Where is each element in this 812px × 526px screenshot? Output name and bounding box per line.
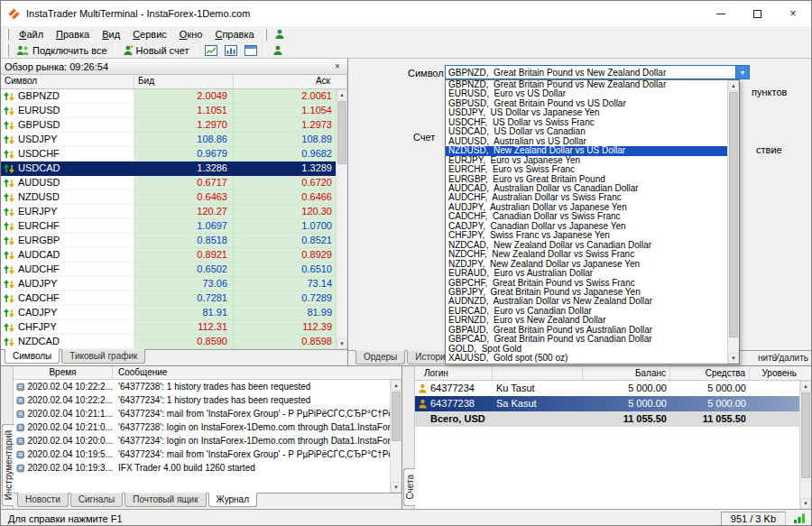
symbol-dropdown-item[interactable]: GBPJPY, Great Britain Pound vs Japanese …: [446, 288, 727, 297]
scrollbar-thumb[interactable]: [801, 392, 810, 478]
market-row[interactable]: USDJPY 108.86 108.89: [1, 133, 347, 147]
maximize-button[interactable]: [739, 1, 775, 26]
toolbar-grip[interactable]: [6, 29, 9, 41]
market-row[interactable]: USDCHF 0.9679 0.9682: [1, 147, 347, 161]
scroll-down-icon[interactable]: ▼: [337, 338, 347, 349]
market-row[interactable]: GBPUSD 1.2970 1.2973: [1, 118, 347, 133]
menu-item[interactable]: Вид: [96, 28, 126, 41]
market-row[interactable]: EURUSD 1.1051 1.1054: [1, 104, 347, 118]
scroll-down-icon[interactable]: ▼: [800, 498, 811, 509]
scroll-up-icon[interactable]: ▲: [337, 89, 347, 100]
journal-tab[interactable]: Почтовый ящик: [125, 493, 206, 507]
connect-all-button[interactable]: Подключить все: [13, 43, 111, 58]
symbol-dropdown-item[interactable]: EURGBP, Euro vs Great Britain Pound: [446, 175, 727, 184]
symbol-dropdown-item[interactable]: NZDJPY, New Zealand Dollar vs Japanese Y…: [446, 260, 727, 269]
symbol-dropdown-item[interactable]: AUDJPY, Australian Dollar vs Japanese Ye…: [446, 203, 727, 212]
column-header-login[interactable]: Логин: [415, 366, 493, 380]
scroll-down-icon[interactable]: ▼: [728, 353, 739, 364]
market-watch-scrollbar[interactable]: ▲ ▼: [336, 89, 347, 349]
market-row[interactable]: CHFJPY 112.31 112.39: [1, 320, 347, 335]
market-watch-tab[interactable]: Тиковый график: [61, 349, 145, 364]
market-row[interactable]: GBPNZD 2.0049 2.0061: [1, 89, 347, 104]
menu-item[interactable]: Сервис: [126, 28, 173, 41]
symbol-dropdown-item[interactable]: AUDCAD, Australian Dollar vs Canadian Do…: [446, 184, 727, 193]
symbol-dropdown-item[interactable]: XAUUSD, Gold spot (500 oz): [446, 354, 727, 363]
symbol-dropdown-item[interactable]: GBPUSD, Great Britain Pound vs US Dollar: [446, 99, 727, 108]
new-account-button[interactable]: Новый счет: [119, 43, 193, 58]
symbol-dropdown-item[interactable]: AUDUSD, Australian vs US Dollar: [446, 137, 727, 146]
market-row[interactable]: EURGBP 0.8518 0.8521: [1, 234, 347, 248]
journal-row[interactable]: 2020.02.04 10:22:2... '64377238': 1 hist…: [14, 380, 401, 393]
journal-tab[interactable]: Новости: [17, 493, 69, 507]
chart-button[interactable]: [201, 43, 221, 58]
column-header-ask[interactable]: Аск: [234, 75, 347, 88]
journal-row[interactable]: 2020.02.04 10:21:0... '64377238': login …: [14, 420, 401, 434]
market-row[interactable]: AUDCHF 0.6502 0.6510: [1, 263, 347, 277]
market-row[interactable]: AUDJPY 73.06 73.14: [1, 277, 347, 291]
window-layout-button[interactable]: [241, 43, 261, 58]
account-row[interactable]: 64377238 Sa Kasut 5 000.00 5 000.00: [415, 396, 811, 411]
market-row[interactable]: USDCAD 1.3286 1.3289: [1, 161, 347, 176]
symbol-dropdown-item[interactable]: GBPCHF, Great Britain Pound vs Swiss Fra…: [446, 279, 727, 288]
order-panel-tab[interactable]: Ордеры: [355, 350, 405, 365]
scrollbar-thumb[interactable]: [337, 101, 346, 164]
journal-row[interactable]: 2020.02.04 10:19:3... IFX Trader 4.00 bu…: [14, 461, 401, 475]
journal-tab[interactable]: Журнал: [208, 493, 258, 507]
column-header-balance[interactable]: Баланс: [583, 366, 670, 380]
dropdown-scrollbar[interactable]: ▲ ▼: [727, 80, 739, 364]
symbol-dropdown-item[interactable]: EURJPY, Euro vs Japanese Yen: [446, 156, 727, 165]
combobox-dropdown-icon[interactable]: ▼: [735, 66, 749, 78]
market-row[interactable]: EURCHF 1.0697 1.0700: [1, 219, 347, 234]
menu-item[interactable]: Файл: [13, 28, 50, 41]
journal-row[interactable]: 2020.02.04 10:20:0... '64377234': login …: [14, 434, 401, 448]
minimize-button[interactable]: [703, 1, 739, 26]
symbol-dropdown-item[interactable]: USDJPY, US Dollar vs Japanese Yen: [446, 108, 727, 117]
journal-scrollbar[interactable]: ▲ ▼: [390, 380, 401, 493]
symbol-dropdown-item[interactable]: NZDCAD, New Zealand Dollar vs Canadian D…: [446, 241, 727, 250]
scroll-up-icon[interactable]: ▲: [800, 381, 811, 392]
symbol-dropdown-item[interactable]: CADCHF, Canadian Dollar vs Swiss Franc: [446, 212, 727, 221]
symbol-dropdown-item[interactable]: GBPCAD, Great Britain Pound vs Canadian …: [446, 335, 727, 344]
journal-row[interactable]: 2020.02.04 10:21:1... '64377234': mail f…: [14, 407, 401, 420]
market-row[interactable]: CADCHF 0.7281 0.7289: [1, 291, 347, 306]
symbol-dropdown-item[interactable]: NZDUSD, New Zealand Dollar vs US Dollar: [446, 146, 727, 155]
accounts-scrollbar[interactable]: ▲ ▼: [799, 381, 811, 509]
symbol-dropdown-item[interactable]: EURCAD, Euro vs Canadian Dollar: [446, 307, 727, 316]
toolbar-grip[interactable]: [6, 44, 9, 56]
column-header-name[interactable]: [493, 366, 583, 380]
toolbox-vertical-tab[interactable]: Инструментарий: [2, 424, 14, 506]
symbol-dropdown-item[interactable]: CHFJPY, Swiss Franc vs Japanese Yen: [446, 231, 727, 240]
menu-item[interactable]: Правка: [50, 28, 96, 41]
accounts-vertical-tab[interactable]: Счета: [403, 468, 415, 506]
journal-row[interactable]: 2020.02.04 10:19:5... '64377234': mail f…: [14, 448, 401, 461]
symbol-dropdown-item[interactable]: EURNZD, Euro vs New Zealand Dollar: [446, 316, 727, 325]
column-header-message[interactable]: Сообщение: [113, 366, 401, 379]
account-button[interactable]: [269, 43, 287, 58]
market-row[interactable]: AUDUSD 0.6717 0.6720: [1, 176, 347, 190]
scroll-up-icon[interactable]: ▲: [728, 80, 739, 91]
account-row[interactable]: 64377234 Ku Tasut 5 000.00 5 000.00: [415, 381, 811, 396]
symbol-dropdown-item[interactable]: NZDCHF, New Zealand Dollar vs Swiss Fran…: [446, 250, 727, 259]
account-row[interactable]: Всего, USD 11 055.50 11 055.50: [415, 411, 811, 427]
symbol-dropdown-item[interactable]: EURCHF, Euro vs Swiss Franc: [446, 165, 727, 174]
column-header-bid[interactable]: Бид: [134, 75, 234, 88]
column-header-symbol[interactable]: Символ: [1, 75, 134, 88]
accounts-toolbar-button[interactable]: [271, 27, 289, 42]
journal-tab[interactable]: Сигналы: [70, 493, 124, 507]
market-row[interactable]: EURJPY 120.27 120.30: [1, 205, 347, 219]
column-header-time[interactable]: Время: [14, 366, 113, 379]
symbol-dropdown-item[interactable]: EURUSD, Euro vs US Dollar: [446, 89, 727, 98]
bar-chart-button[interactable]: [221, 43, 241, 58]
symbol-dropdown-item[interactable]: GBPNZD, Great Britain Pound vs New Zeala…: [446, 80, 727, 89]
toolbar-grip[interactable]: [264, 29, 267, 41]
symbol-dropdown-item[interactable]: CADJPY, Canadian Dollar vs Japanese Yen: [446, 222, 727, 231]
scrollbar-thumb[interactable]: [729, 92, 738, 337]
symbol-combobox[interactable]: GBPNZD, Great Britain Pound vs New Zeala…: [445, 65, 750, 79]
close-panel-icon[interactable]: ×: [331, 61, 344, 71]
menu-item[interactable]: Справка: [208, 28, 260, 41]
market-row[interactable]: NZDCAD 0.8590 0.8598: [1, 335, 347, 349]
market-row[interactable]: CADJPY 81.91 81.99: [1, 306, 347, 320]
symbol-dropdown-item[interactable]: AUDNZD, Australian Dollar vs New Zealand…: [446, 297, 727, 306]
market-row[interactable]: AUDCAD 0.8921 0.8929: [1, 248, 347, 263]
scrollbar-thumb[interactable]: [392, 392, 401, 441]
